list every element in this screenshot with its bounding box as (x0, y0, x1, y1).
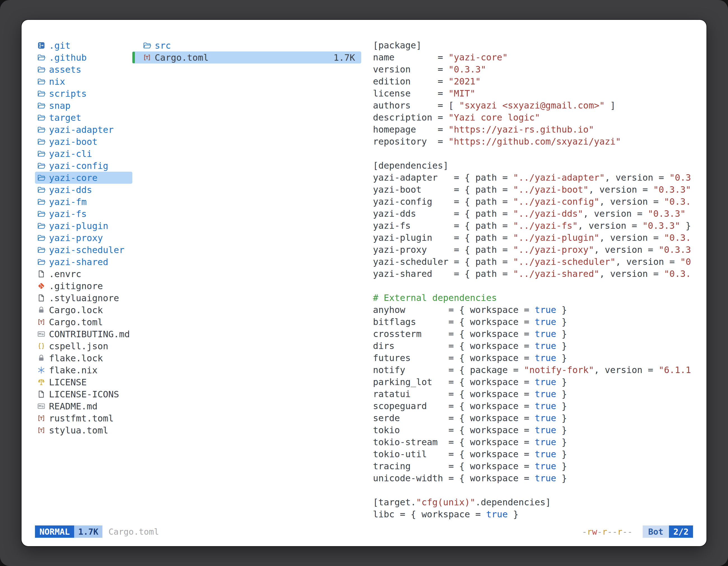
lock-icon (36, 353, 46, 363)
preview-line: authors = [ "sxyazi <sxyazi@gmail.com>" … (373, 100, 706, 112)
cursor-counter: 2/2 (669, 525, 693, 538)
dir-row[interactable]: yazi-dds (35, 184, 132, 196)
entry-name: src (155, 40, 171, 51)
dir-row[interactable]: assets (35, 64, 132, 76)
file-row[interactable]: LICENSE-ICONS (35, 388, 132, 400)
dir-row[interactable]: yazi-config (35, 160, 132, 172)
file-row[interactable]: stylua.toml (35, 424, 132, 436)
file-row[interactable]: .gitignore (35, 280, 132, 292)
entry-name: yazi-adapter (49, 125, 114, 135)
file-row[interactable]: Cargo.lock (35, 304, 132, 316)
dir-row[interactable]: yazi-cli (35, 148, 132, 160)
preview-pane[interactable]: [package]name = "yazi-core"version = "0.… (373, 39, 706, 526)
preview-line (373, 484, 706, 496)
folder-open-icon (36, 101, 46, 111)
folder-open-icon (36, 113, 46, 123)
preview-line: serde = { workspace = true } (373, 412, 706, 424)
preview-line: homepage = "https://yazi-rs.github.io" (373, 124, 706, 136)
file-row[interactable]: README.md (35, 400, 132, 412)
preview-line: # External dependencies (373, 292, 706, 304)
entry-name: .styluaignore (49, 293, 119, 303)
dir-row[interactable]: scripts (35, 88, 132, 100)
folder-open-icon (142, 41, 152, 51)
dir-row[interactable]: yazi-core (35, 172, 132, 184)
entry-name: flake.nix (49, 365, 97, 375)
preview-line: yazi-dds = { path = "../yazi-dds", versi… (373, 208, 706, 220)
file-icon (36, 389, 46, 399)
preview-line: yazi-proxy = { path = "../yazi-proxy", v… (373, 244, 706, 256)
desktop-background: .git.githubassetsnixscriptssnaptargetyaz… (0, 0, 728, 566)
entry-name: snap (49, 100, 71, 111)
scroll-position-indicator: Bot (643, 525, 669, 538)
entry-name: cspell.json (49, 341, 108, 351)
entry-name: Cargo.lock (49, 305, 103, 315)
entry-name: Cargo.toml (49, 317, 103, 327)
toml-icon (36, 413, 46, 423)
preview-line: unicode-width = { workspace = true } (373, 472, 706, 484)
preview-line (373, 280, 706, 292)
dir-row[interactable]: yazi-fs (35, 208, 132, 220)
status-bar-right: -rw-r--r-- Bot 2/2 (582, 525, 693, 538)
lock-icon (36, 305, 46, 315)
dir-row[interactable]: .github (35, 51, 132, 64)
preview-line: crossterm = { workspace = true } (373, 328, 706, 340)
file-row[interactable]: CONTRIBUTING.md (35, 328, 132, 340)
file-row[interactable]: cspell.json (35, 340, 132, 352)
preview-line: name = "yazi-core" (373, 51, 706, 64)
folder-open-icon (36, 209, 46, 219)
folder-open-icon (36, 89, 46, 99)
folder-open-icon (36, 185, 46, 195)
file-row[interactable]: .styluaignore (35, 292, 132, 304)
file-row[interactable]: flake.nix (35, 364, 132, 376)
dir-row[interactable]: yazi-plugin (35, 220, 132, 232)
dir-row[interactable]: target (35, 112, 132, 124)
dir-row[interactable]: yazi-boot (35, 136, 132, 148)
preview-line: dirs = { workspace = true } (373, 340, 706, 352)
preview-line: description = "Yazi core logic" (373, 112, 706, 124)
file-row[interactable]: Cargo.toml1.7K (132, 51, 361, 64)
folder-open-icon (36, 197, 46, 207)
dir-row[interactable]: nix (35, 76, 132, 88)
dir-row[interactable]: src (132, 39, 361, 51)
entry-name: flake.lock (49, 353, 103, 363)
dir-row[interactable]: yazi-adapter (35, 124, 132, 136)
preview-line: tokio-util = { workspace = true } (373, 448, 706, 460)
preview-line (373, 148, 706, 160)
entry-name: scripts (49, 88, 87, 99)
dir-row[interactable]: yazi-scheduler (35, 244, 132, 256)
file-size-indicator: 1.7K (74, 525, 102, 538)
preview-line: yazi-boot = { path = "../yazi-boot", ver… (373, 184, 706, 196)
preview-line: [dependencies] (373, 160, 706, 172)
dir-row[interactable]: yazi-fm (35, 196, 132, 208)
file-row[interactable]: Cargo.toml (35, 316, 132, 328)
entry-name: README.md (49, 401, 97, 412)
dir-row[interactable]: yazi-shared (35, 256, 132, 268)
json-icon (36, 341, 46, 351)
folder-open-icon (36, 257, 46, 267)
git-icon (36, 281, 46, 291)
preview-line: yazi-fs = { path = "../yazi-fs", version… (373, 220, 706, 232)
file-size: 1.7K (334, 52, 361, 63)
folder-open-icon (36, 221, 46, 231)
folder-open-icon (36, 233, 46, 243)
entry-name: CONTRIBUTING.md (49, 329, 130, 339)
dir-row[interactable]: snap (35, 100, 132, 112)
preview-line: yazi-scheduler = { path = "../yazi-sched… (373, 256, 706, 268)
dir-row[interactable]: .git (35, 39, 132, 51)
entry-name: Cargo.toml (155, 52, 209, 63)
file-row[interactable]: rustfmt.toml (35, 412, 132, 424)
file-row[interactable]: LICENSE (35, 376, 132, 388)
preview-line: edition = "2021" (373, 76, 706, 88)
folder-open-icon (36, 77, 46, 87)
nix-icon (36, 365, 46, 375)
entry-name: yazi-dds (49, 185, 92, 195)
preview-line: [package] (373, 39, 706, 51)
folder-open-icon (36, 173, 46, 183)
file-row[interactable]: .envrc (35, 268, 132, 280)
license-icon (36, 377, 46, 387)
file-row[interactable]: flake.lock (35, 352, 132, 364)
preview-line: tokio = { workspace = true } (373, 424, 706, 436)
dir-row[interactable]: yazi-proxy (35, 232, 132, 244)
preview-line: yazi-plugin = { path = "../yazi-plugin",… (373, 232, 706, 244)
mode-indicator: NORMAL (35, 525, 74, 538)
